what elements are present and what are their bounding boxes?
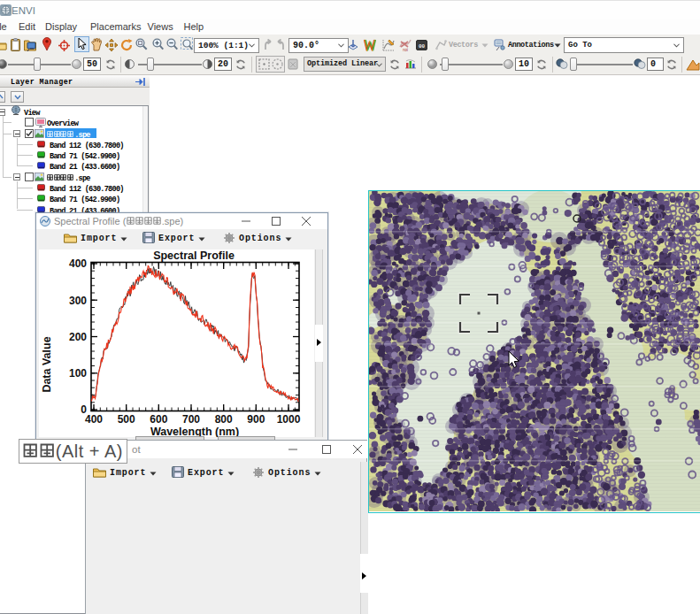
svg-text:200: 200 [69,331,87,343]
svg-text:900: 900 [247,413,265,426]
svg-text:800: 800 [215,413,233,426]
svg-text:roi: roi [403,47,408,52]
svg-text:300: 300 [69,295,87,307]
svg-text:600: 600 [150,413,167,426]
svg-text:Data Value: Data Value [41,336,53,392]
svg-text:400: 400 [85,413,103,426]
svg-text:0: 0 [81,403,87,416]
svg-text:700: 700 [182,413,200,426]
svg-text:00: 00 [419,43,426,50]
svg-text:400: 400 [69,257,87,270]
svg-text:1000: 1000 [277,413,301,426]
svg-text:100: 100 [69,367,87,380]
svg-text:500: 500 [118,413,135,426]
svg-text:Spectral Profile: Spectral Profile [153,249,235,262]
